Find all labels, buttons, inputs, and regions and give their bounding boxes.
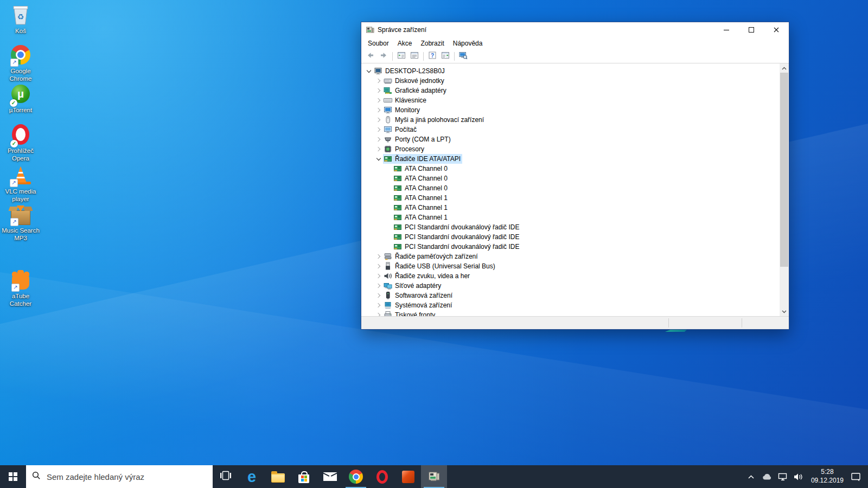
chevron-right-icon[interactable] bbox=[374, 294, 383, 297]
tree-item-content[interactable]: Porty (COM a LPT) bbox=[383, 134, 452, 144]
tree-item[interactable]: ATA Channel 0 bbox=[361, 174, 780, 183]
tree-item-content[interactable]: Řadiče paměťových zařízení bbox=[383, 252, 480, 261]
desktop-icon-atube-catcher[interactable]: ↗aTube Catcher bbox=[1, 268, 40, 307]
taskbar-app-office[interactable] bbox=[395, 465, 421, 488]
toolbar-help-button[interactable]: ? bbox=[426, 50, 438, 62]
chevron-right-icon[interactable] bbox=[374, 147, 383, 151]
desktop-icon-opera[interactable]: ✓Prohlížeč Opera bbox=[1, 123, 40, 162]
tree-item[interactable]: Softwarová zařízení bbox=[361, 291, 780, 300]
chevron-right-icon[interactable] bbox=[374, 118, 383, 121]
show-hidden-icons-chevron-icon[interactable] bbox=[746, 469, 757, 484]
tree-item[interactable]: Systémová zařízení bbox=[361, 300, 780, 310]
chevron-down-icon[interactable] bbox=[365, 70, 373, 72]
taskbar-app-store[interactable] bbox=[291, 465, 317, 488]
tree-item[interactable]: Procesory bbox=[361, 144, 780, 154]
tree-item[interactable]: ATA Channel 1 bbox=[361, 193, 780, 203]
volume-icon[interactable] bbox=[793, 469, 804, 484]
tree-item[interactable]: PCI Standardní dvoukanálový řadič IDE bbox=[361, 222, 780, 232]
chevron-right-icon[interactable] bbox=[374, 138, 383, 141]
tree-item-content[interactable]: Klávesnice bbox=[383, 95, 428, 105]
taskbar-clock[interactable]: 5:28 09.12.2019 bbox=[809, 468, 846, 485]
scroll-down-icon[interactable] bbox=[780, 307, 789, 316]
minimize-button[interactable] bbox=[714, 22, 739, 37]
tree-item-content[interactable]: Procesory bbox=[383, 144, 426, 154]
chevron-right-icon[interactable] bbox=[374, 274, 383, 278]
taskbar-app-file-explorer[interactable] bbox=[265, 465, 291, 488]
toolbar-console-tree-button[interactable] bbox=[395, 50, 407, 62]
menu-item-file[interactable]: Soubor bbox=[363, 38, 393, 48]
tree-item-content[interactable]: Síťové adaptéry bbox=[383, 281, 443, 291]
desktop-icon-recycle-bin[interactable]: ♻Koš bbox=[1, 3, 40, 35]
desktop-icon-music-search-mp3[interactable]: ↗Music Search MP3 bbox=[1, 203, 40, 242]
chevron-down-icon[interactable] bbox=[374, 158, 383, 160]
tree-item-content[interactable]: Řadiče zvuku, videa a her bbox=[383, 271, 471, 281]
tree-item[interactable]: Porty (COM a LPT) bbox=[361, 134, 780, 144]
vertical-scrollbar[interactable] bbox=[780, 63, 789, 316]
taskbar-app-chrome[interactable] bbox=[343, 465, 369, 488]
tree-item-content[interactable]: Počítač bbox=[383, 125, 418, 134]
tree-item-content[interactable]: PCI Standardní dvoukanálový řadič IDE bbox=[393, 232, 521, 242]
chevron-right-icon[interactable] bbox=[374, 128, 383, 131]
task-view-button[interactable] bbox=[213, 465, 239, 488]
chevron-right-icon[interactable] bbox=[374, 284, 383, 287]
toolbar-scan-hardware-button[interactable] bbox=[457, 50, 469, 62]
scrollbar-thumb[interactable] bbox=[780, 73, 788, 267]
tree-item[interactable]: Řadiče paměťových zařízení bbox=[361, 252, 780, 261]
taskbar-app-device-manager[interactable] bbox=[421, 465, 447, 488]
tree-item[interactable]: ATA Channel 1 bbox=[361, 203, 780, 213]
tree-item-content[interactable]: Grafické adaptéry bbox=[383, 86, 448, 95]
taskbar-search[interactable] bbox=[26, 465, 213, 488]
menu-item-view[interactable]: Zobrazit bbox=[416, 38, 448, 48]
tree-item[interactable]: DESKTOP-L2S8B0J bbox=[361, 66, 780, 76]
tree-item-content[interactable]: PCI Standardní dvoukanálový řadič IDE bbox=[393, 222, 521, 232]
toolbar-properties-button[interactable] bbox=[409, 50, 420, 62]
tree-item-content[interactable]: ATA Channel 1 bbox=[393, 203, 449, 213]
tree-item[interactable]: ATA Channel 0 bbox=[361, 164, 780, 174]
chevron-right-icon[interactable] bbox=[374, 304, 383, 307]
tree-item-content[interactable]: Tiskové fronty bbox=[383, 310, 437, 316]
toolbar-action-pane-button[interactable] bbox=[439, 50, 451, 62]
chevron-right-icon[interactable] bbox=[374, 108, 383, 112]
desktop-icon-utorrent[interactable]: µ✓µTorrent bbox=[1, 82, 40, 114]
taskbar-app-edge[interactable]: e bbox=[239, 465, 265, 488]
maximize-button[interactable] bbox=[739, 22, 764, 37]
desktop-icon-google-chrome[interactable]: ↗Google Chrome bbox=[1, 43, 40, 82]
window-titlebar[interactable]: Správce zařízení bbox=[361, 22, 789, 37]
menu-item-action[interactable]: Akce bbox=[393, 38, 417, 48]
tree-item[interactable]: ATA Channel 0 bbox=[361, 183, 780, 193]
chevron-right-icon[interactable] bbox=[374, 79, 383, 82]
search-input[interactable] bbox=[46, 472, 207, 482]
tree-item-content[interactable]: Diskové jednotky bbox=[383, 76, 446, 86]
close-button[interactable] bbox=[764, 22, 789, 37]
tree-item[interactable]: PCI Standardní dvoukanálový řadič IDE bbox=[361, 242, 780, 252]
tree-item-content[interactable]: DESKTOP-L2S8B0J bbox=[373, 66, 446, 76]
tree-item[interactable]: Diskové jednotky bbox=[361, 76, 780, 86]
tree-item[interactable]: PCI Standardní dvoukanálový řadič IDE bbox=[361, 232, 780, 242]
tree-item-content[interactable]: Řadiče USB (Universal Serial Bus) bbox=[383, 261, 497, 271]
tree-item-content[interactable]: Řadiče IDE ATA/ATAPI bbox=[383, 154, 462, 164]
tree-item-content[interactable]: ATA Channel 1 bbox=[393, 213, 449, 222]
tree-item[interactable]: Myši a jiná polohovací zařízení bbox=[361, 115, 780, 125]
taskbar-app-mail[interactable] bbox=[317, 465, 343, 488]
tree-item[interactable]: Řadiče zvuku, videa a her bbox=[361, 271, 780, 281]
tree-item-content[interactable]: ATA Channel 0 bbox=[393, 183, 449, 193]
tree-item[interactable]: Síťové adaptéry bbox=[361, 281, 780, 291]
tree-item-content[interactable]: Softwarová zařízení bbox=[383, 291, 454, 300]
tree-item[interactable]: ATA Channel 1 bbox=[361, 213, 780, 222]
onedrive-cloud-icon[interactable] bbox=[762, 469, 773, 484]
chevron-right-icon[interactable] bbox=[374, 265, 383, 268]
network-icon[interactable] bbox=[777, 469, 788, 484]
menu-item-help[interactable]: Nápověda bbox=[449, 38, 487, 48]
scroll-up-icon[interactable] bbox=[780, 63, 789, 73]
tree-item-content[interactable]: ATA Channel 1 bbox=[393, 193, 449, 203]
tree-item[interactable]: Počítač bbox=[361, 125, 780, 134]
tree-item[interactable]: Klávesnice bbox=[361, 95, 780, 105]
tree-item-content[interactable]: PCI Standardní dvoukanálový řadič IDE bbox=[393, 242, 521, 252]
tree-item-content[interactable]: Systémová zařízení bbox=[383, 300, 454, 310]
desktop-icon-vlc[interactable]: ↗VLC media player bbox=[1, 164, 40, 203]
taskbar-app-opera[interactable] bbox=[369, 465, 395, 488]
tree-item[interactable]: Řadiče USB (Universal Serial Bus) bbox=[361, 261, 780, 271]
tree-item-content[interactable]: Myši a jiná polohovací zařízení bbox=[383, 115, 486, 125]
chevron-right-icon[interactable] bbox=[374, 89, 383, 92]
tree-item[interactable]: Grafické adaptéry bbox=[361, 86, 780, 95]
